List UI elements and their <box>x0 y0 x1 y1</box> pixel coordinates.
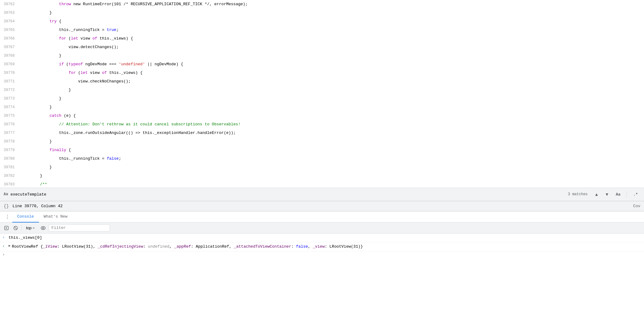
svg-line-2 <box>14 226 17 229</box>
regex-button[interactable]: .* <box>631 191 640 198</box>
console-cursor-line[interactable]: › <box>0 251 644 258</box>
line-number: 39778 <box>2 137 21 146</box>
line-number: 39770 <box>2 69 21 77</box>
search-next-button[interactable]: ▼ <box>603 191 611 198</box>
line-content: } <box>21 172 642 180</box>
line-content: this._zone.runOutsideAngular(() => this.… <box>21 129 642 137</box>
code-line: 39768 } <box>0 51 644 60</box>
line-number: 39762 <box>2 0 21 9</box>
console-input-text: this._views[0] <box>9 235 642 241</box>
line-content: this._runningTick = true; <box>21 26 642 34</box>
line-number: 39775 <box>2 112 21 120</box>
search-prev-button[interactable]: ▲ <box>593 191 601 198</box>
line-content: if (typeof ngDevMode === 'undefined' || … <box>21 60 642 69</box>
svg-point-3 <box>41 226 45 230</box>
line-content: } <box>21 51 642 60</box>
code-line: 39773 } <box>0 94 644 103</box>
execute-button[interactable] <box>2 225 10 231</box>
code-lines: 39762 throw new RuntimeError(101 /* RECU… <box>0 0 644 188</box>
console-output-entry: ‹ ▶ RootViewRef {_lView: LRootView(31), … <box>0 242 644 251</box>
status-bar: {} Line 39770, Column 42 Cov <box>0 201 644 211</box>
code-line: 39780 this._runningTick = false; <box>0 154 644 163</box>
code-line: 39762 throw new RuntimeError(101 /* RECU… <box>0 0 644 9</box>
line-number: 39771 <box>2 77 21 86</box>
line-content: // Attention: Don't rethrow as it could … <box>21 120 642 129</box>
line-number: 39783 <box>2 180 21 188</box>
line-number: 39764 <box>2 17 21 26</box>
code-line: 39770 for (let view of this._views) { <box>0 69 644 77</box>
console-filter-input[interactable] <box>49 224 110 231</box>
code-line: 39779 finally { <box>0 146 644 154</box>
line-content: } <box>21 163 642 172</box>
line-number: 39767 <box>2 43 21 51</box>
search-matches: 3 matches <box>568 192 588 196</box>
line-content: } <box>21 103 642 112</box>
line-number: 39769 <box>2 60 21 69</box>
line-content: } <box>21 86 642 94</box>
line-content: } <box>21 9 642 17</box>
context-dropdown[interactable]: top <box>24 225 38 231</box>
line-number: 39782 <box>2 172 21 180</box>
line-content: throw new RuntimeError(101 /* RECURSIVE_… <box>21 0 642 9</box>
expand-icon[interactable]: ▶ <box>9 244 11 248</box>
code-line: 39778 } <box>0 137 644 146</box>
line-content: for (let view of this._views) { <box>21 69 642 77</box>
devtools-panel: ⋮ Console What's New top <box>0 211 644 312</box>
line-content: } <box>21 137 642 146</box>
console-output[interactable]: › this._views[0] ‹ ▶ RootViewRef {_lView… <box>0 234 644 312</box>
devtools-menu-icon[interactable]: ⋮ <box>2 213 12 221</box>
cursor-prompt: › <box>2 253 5 257</box>
eye-icon-button[interactable] <box>39 225 47 231</box>
line-number: 39779 <box>2 146 21 154</box>
console-toolbar: top <box>0 223 644 234</box>
console-output-text: RootViewRef {_lView: LRootView(31), _cdR… <box>12 244 642 250</box>
match-case-button[interactable]: Aa <box>613 191 623 198</box>
cursor-position: Line 39770, Column 42 <box>13 204 63 208</box>
output-arrow: ‹ <box>2 244 9 249</box>
line-number: 39766 <box>2 34 21 43</box>
code-line: 39767 view.detectChanges(); <box>0 43 644 51</box>
code-line: 39771 view.checkNoChanges(); <box>0 77 644 86</box>
toolbar-separator <box>21 225 22 231</box>
line-number: 39763 <box>2 9 21 17</box>
tab-whats-new[interactable]: What's New <box>39 211 73 223</box>
code-line: 39775 catch (e) { <box>0 112 644 120</box>
code-line: 39782 } <box>0 172 644 180</box>
line-number: 39768 <box>2 51 21 60</box>
code-line: 39766 for (let view of this._views) { <box>0 34 644 43</box>
code-editor: 39762 throw new RuntimeError(101 /* RECU… <box>0 0 644 188</box>
code-line: 39765 this._runningTick = true; <box>0 26 644 34</box>
coverage-text: Cov <box>633 204 640 208</box>
code-line: 39781 } <box>0 163 644 172</box>
line-number: 39765 <box>2 26 21 34</box>
devtools-tabs: ⋮ Console What's New <box>0 211 644 223</box>
line-content: try { <box>21 17 642 26</box>
code-line: 39774 } <box>0 103 644 112</box>
search-divider <box>627 191 627 197</box>
line-content: /** <box>21 180 642 188</box>
line-number: 39772 <box>2 86 21 94</box>
code-line: 39783 /** <box>0 180 644 188</box>
code-line: 39777 this._zone.runOutsideAngular(() =>… <box>0 129 644 137</box>
line-content: view.detectChanges(); <box>21 43 642 51</box>
line-content: catch (e) { <box>21 112 642 120</box>
tab-console[interactable]: Console <box>12 211 39 223</box>
search-bar: AB 3 matches ▲ ▼ Aa .* <box>0 188 644 201</box>
console-input-entry: › this._views[0] <box>0 234 644 242</box>
code-line: 39772 } <box>0 86 644 94</box>
code-line: 39776 // Attention: Don't rethrow as it … <box>0 120 644 129</box>
line-content: } <box>21 94 642 103</box>
line-content: for (let view of this._views) { <box>21 34 642 43</box>
line-number: 39773 <box>2 94 21 103</box>
svg-point-4 <box>43 227 44 229</box>
clear-console-button[interactable] <box>12 225 20 231</box>
line-number: 39780 <box>2 154 21 163</box>
line-number: 39776 <box>2 120 21 129</box>
line-content: this._runningTick = false; <box>21 154 642 163</box>
search-input[interactable] <box>10 192 565 197</box>
line-content: finally { <box>21 146 642 154</box>
line-number: 39774 <box>2 103 21 112</box>
line-content: view.checkNoChanges(); <box>21 77 642 86</box>
code-line: 39764 try { <box>0 17 644 26</box>
status-curly-braces: {} <box>4 204 9 209</box>
